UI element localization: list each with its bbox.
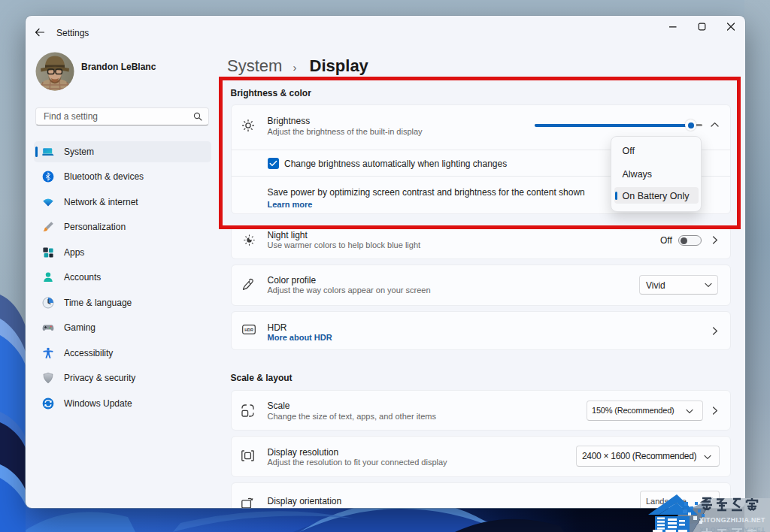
svg-text:XITONGZHIJIA.NET: XITONGZHIJIA.NET: [699, 516, 765, 524]
svg-text:HDR: HDR: [244, 328, 253, 332]
